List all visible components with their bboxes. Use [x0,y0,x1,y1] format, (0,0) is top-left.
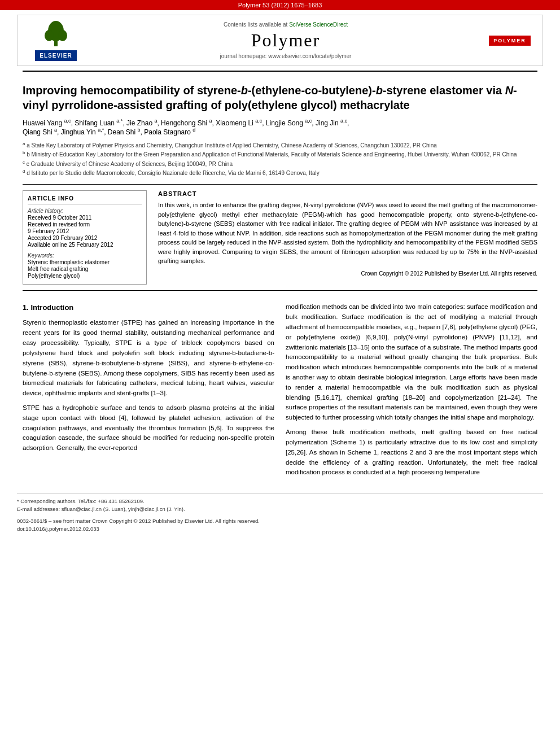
article-info-abstract-row: ARTICLE INFO Article history: Received 9… [23,190,537,285]
sciverse-text: Contents lists available at [224,21,287,28]
abstract-body: In this work, in order to enhance the gr… [158,202,537,264]
intro-title: 1. Introduction [23,302,274,313]
revised-date: 9 February 2012 [28,228,142,234]
right-para-2: Among these bulk modification methods, m… [286,427,537,478]
authors-line: Huawei Yang a,c, Shifang Luan a,*, Jie Z… [23,118,537,136]
footnote-1: * Corresponding authors. Tel./fax: +86 4… [17,497,543,505]
doi: doi:10.1016/j.polymer.2012.02.033 [17,525,543,533]
body-col-right: modification methods can be divided into… [286,302,537,482]
affiliation-b: b Ministry-of-Education Key Laboratory f… [27,152,517,158]
abstract-col: ABSTRACT In this work, in order to enhan… [158,190,537,285]
polymer-badge: polymer [489,36,531,46]
article-info-box: ARTICLE INFO Article history: Received 9… [23,190,147,285]
footer: * Corresponding authors. Tel./fax: +86 4… [17,493,543,533]
article-title: Improving hemocompatibility of styrene-b… [23,83,537,112]
footnote-2: E-mail addresses: sfluan@ciac.jl.cn (S. … [17,505,543,513]
intro-para-1: Styrenic thermoplastic elastomer (STPE) … [23,318,274,399]
article-content: Improving hemocompatibility of styrene-b… [17,71,543,482]
journal-title: Polymer [90,30,482,51]
affiliation-d: d Istituto per lo Studio delle Macromole… [27,170,319,176]
top-banner: Polymer 53 (2012) 1675–1683 [0,0,560,10]
divider-mid [23,184,537,185]
banner-text: Polymer 53 (2012) 1675–1683 [238,2,322,8]
intro-para-2: STPE has a hydrophobic surface and tends… [23,403,274,453]
journal-header-center: Contents lists available at SciVerse Sci… [90,21,482,59]
body-col-left: 1. Introduction Styrenic thermoplastic e… [23,302,274,482]
sciverse-link[interactable]: SciVerse ScienceDirect [289,21,348,28]
history-label: Article history: [28,208,142,214]
article-info-col: ARTICLE INFO Article history: Received 9… [23,190,147,285]
received-revised-label: Received in revised form [28,221,142,228]
divider-body [23,290,537,291]
journal-header-right: polymer [482,36,538,46]
abstract-heading: ABSTRACT [158,190,537,197]
keyword-3: Poly(ethylene glycol) [28,273,142,279]
keyword-1: Styrenic thermoplastic elastomer [28,259,142,265]
svg-point-3 [58,30,67,41]
journal-header: ELSEVIER Contents lists available at Sci… [17,15,543,66]
abstract-text: In this work, in order to enhance the gr… [158,200,537,278]
doi-line: 0032-3861/$ – see front matter Crown Cop… [17,517,543,525]
article-info-heading: ARTICLE INFO [28,195,142,204]
affiliation-c: c Graduate University of Chinese Academy… [27,161,233,167]
received-date: Received 9 October 2011 [28,215,142,221]
affiliations: a a State Key Laboratory of Polymer Phys… [23,141,537,177]
homepage-line: journal homepage: www.elsevier.com/locat… [90,53,482,59]
sciverse-line: Contents lists available at SciVerse Sci… [90,21,482,28]
divider-top [23,71,537,72]
affiliation-a: a State Key Laboratory of Polymer Physic… [27,142,437,148]
journal-header-left: ELSEVIER [22,20,90,61]
keywords-label: Keywords: [28,252,142,259]
abstract-copyright: Crown Copyright © 2012 Published by Else… [158,269,537,278]
available-date: Available online 25 February 2012 [28,242,142,248]
accepted-date: Accepted 20 February 2012 [28,235,142,241]
svg-point-2 [45,30,54,41]
body-columns: 1. Introduction Styrenic thermoplastic e… [23,302,537,482]
right-para-1: modification methods can be divided into… [286,302,537,423]
elsevier-logo: ELSEVIER [35,50,76,61]
keyword-2: Melt free radical grafting [28,266,142,272]
elsevier-tree-icon [39,20,73,48]
